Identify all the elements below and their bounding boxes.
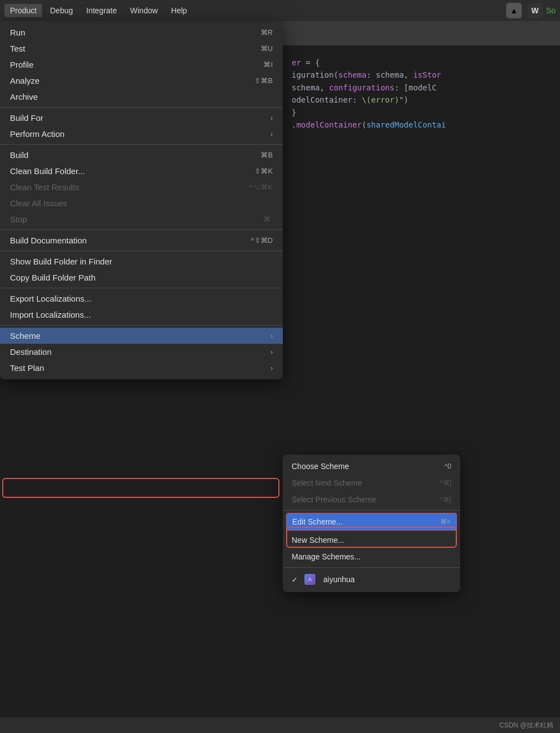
menu-item-build[interactable]: Build ⌘B xyxy=(0,147,283,163)
submenu-aiyunhua[interactable]: ✓ A aiyunhua xyxy=(283,570,460,589)
code-line-7: odelContainer: \(error)") xyxy=(292,94,551,106)
clean-test-label: Clean Test Results xyxy=(10,182,79,192)
stop-label: Stop xyxy=(10,215,27,224)
watermark-text: CSDN @技术杠精 xyxy=(499,721,553,730)
bottom-bar: CSDN @技术杠精 xyxy=(0,717,560,733)
divider-4 xyxy=(0,251,283,251)
select-prev-shortcut: ^⌘[ xyxy=(440,496,451,503)
stop-shortcut: ⌘. xyxy=(263,215,273,223)
menu-item-show-build[interactable]: Show Build Folder in Finder xyxy=(0,253,283,269)
aiyunhua-label: aiyunhua xyxy=(323,575,355,584)
profile-shortcut: ⌘I xyxy=(263,60,273,69)
run-label: Run xyxy=(10,28,26,37)
edit-scheme-shortcut: ⌘< xyxy=(440,518,451,526)
menu-item-analyze[interactable]: Analyze ⇧⌘B xyxy=(0,73,283,89)
menu-help[interactable]: Help xyxy=(166,4,193,17)
menu-item-clear-issues: Clear All Issues xyxy=(0,195,283,211)
menu-item-perform-action[interactable]: Perform Action › xyxy=(0,126,283,142)
menu-item-scheme[interactable]: Scheme › xyxy=(0,328,283,344)
divider-3 xyxy=(0,230,283,230)
sourcekit-icon: ▲ xyxy=(506,3,522,18)
manage-schemes-label: Manage Schemes... xyxy=(292,552,361,561)
menu-item-profile[interactable]: Profile ⌘I xyxy=(0,57,283,73)
build-shortcut: ⌘B xyxy=(261,151,273,159)
divider-5 xyxy=(0,288,283,288)
copy-build-label: Copy Build Folder Path xyxy=(10,273,95,282)
clear-issues-label: Clear All Issues xyxy=(10,198,67,208)
code-editor: er = { iguration(schema: schema, isStor … xyxy=(283,45,560,733)
divider-2 xyxy=(0,144,283,145)
build-doc-label: Build Documentation xyxy=(10,236,86,245)
menu-item-copy-build[interactable]: Copy Build Folder Path xyxy=(0,269,283,286)
menu-item-test-plan[interactable]: Test Plan › xyxy=(0,360,283,376)
so-text: So xyxy=(546,6,556,15)
menu-item-import-loc[interactable]: Import Localizations... xyxy=(0,307,283,323)
menu-integrate[interactable]: Integrate xyxy=(81,4,123,17)
submenu-divider-1 xyxy=(283,510,460,511)
code-line-1: er = { xyxy=(292,57,551,69)
menu-window[interactable]: Window xyxy=(125,4,164,17)
clean-build-shortcut: ⇧⌘K xyxy=(254,167,273,175)
menu-item-archive[interactable]: Archive xyxy=(0,89,283,105)
build-for-label: Build For xyxy=(10,113,43,123)
code-line-5: schema, configurations: [modelC xyxy=(292,82,551,94)
test-plan-label: Test Plan xyxy=(10,363,44,373)
archive-label: Archive xyxy=(10,92,38,101)
test-shortcut: ⌘U xyxy=(261,44,273,53)
show-build-label: Show Build Folder in Finder xyxy=(10,257,112,266)
submenu-select-prev: Select Previous Scheme ^⌘[ xyxy=(283,491,460,508)
scheme-submenu: Choose Scheme ^0 Select Next Scheme ^⌘] … xyxy=(283,455,460,592)
analyze-label: Analyze xyxy=(10,76,39,85)
divider-6 xyxy=(0,325,283,325)
select-next-label: Select Next Scheme xyxy=(292,479,362,487)
submenu-new-scheme[interactable]: New Scheme... xyxy=(283,532,460,548)
select-next-shortcut: ^⌘] xyxy=(440,479,451,487)
build-for-arrow: › xyxy=(271,114,273,122)
submenu-choose-scheme[interactable]: Choose Scheme ^0 xyxy=(283,458,460,475)
menu-item-test[interactable]: Test ⌘U xyxy=(0,40,283,57)
code-line-9: } xyxy=(292,106,551,119)
destination-arrow: › xyxy=(271,348,273,356)
submenu-divider-2 xyxy=(283,567,460,568)
clean-build-label: Clean Build Folder... xyxy=(10,166,85,176)
menu-product[interactable]: Product xyxy=(4,4,42,17)
menu-item-destination[interactable]: Destination › xyxy=(0,344,283,360)
scheme-arrow: › xyxy=(271,332,273,340)
menu-item-stop: Stop ⌘. xyxy=(0,211,283,227)
export-loc-label: Export Localizations... xyxy=(10,294,91,303)
divider-1 xyxy=(0,107,283,108)
menu-item-run[interactable]: Run ⌘R xyxy=(0,24,283,40)
choose-scheme-label: Choose Scheme xyxy=(292,462,349,471)
menu-bar: Product Debug Integrate Window Help ▲ W … xyxy=(0,0,560,21)
edit-scheme-label: Edit Scheme... xyxy=(292,517,343,526)
menu-item-build-doc[interactable]: Build Documentation ^⇧⌘D xyxy=(0,232,283,248)
new-scheme-label: New Scheme... xyxy=(292,536,344,544)
choose-scheme-shortcut: ^0 xyxy=(445,462,451,470)
menu-debug[interactable]: Debug xyxy=(44,4,78,17)
code-line-3: iguration(schema: schema, isStor xyxy=(292,69,551,81)
scheme-app-icon: A xyxy=(304,574,315,585)
check-icon: ✓ xyxy=(292,576,298,584)
submenu-edit-scheme[interactable]: Edit Scheme... ⌘< xyxy=(286,513,457,531)
menu-bar-right: ▲ W So xyxy=(504,3,556,18)
perform-action-label: Perform Action xyxy=(10,129,64,139)
build-label: Build xyxy=(10,150,28,160)
select-prev-label: Select Previous Scheme xyxy=(292,495,376,504)
clean-test-shortcut: ^⌥⌘K xyxy=(249,183,273,191)
perform-action-arrow: › xyxy=(271,130,273,138)
scheme-label-text: Scheme xyxy=(10,331,40,340)
profile-label: Profile xyxy=(10,60,34,69)
menu-item-clean-build[interactable]: Clean Build Folder... ⇧⌘K xyxy=(0,163,283,179)
menu-item-build-for[interactable]: Build For › xyxy=(0,110,283,126)
test-plan-arrow: › xyxy=(271,364,273,372)
w-icon: W xyxy=(527,3,543,18)
destination-label: Destination xyxy=(10,347,52,357)
analyze-shortcut: ⇧⌘B xyxy=(254,77,273,85)
product-menu: Run ⌘R Test ⌘U Profile ⌘I Analyze ⇧⌘B Ar… xyxy=(0,21,283,379)
build-doc-shortcut: ^⇧⌘D xyxy=(251,236,273,245)
submenu-manage-schemes[interactable]: Manage Schemes... xyxy=(283,548,460,565)
submenu-select-next: Select Next Scheme ^⌘] xyxy=(283,475,460,491)
menu-item-export-loc[interactable]: Export Localizations... xyxy=(0,291,283,307)
code-line-10: .modelContainer(sharedModelContai xyxy=(292,119,551,131)
run-shortcut: ⌘R xyxy=(261,28,273,37)
